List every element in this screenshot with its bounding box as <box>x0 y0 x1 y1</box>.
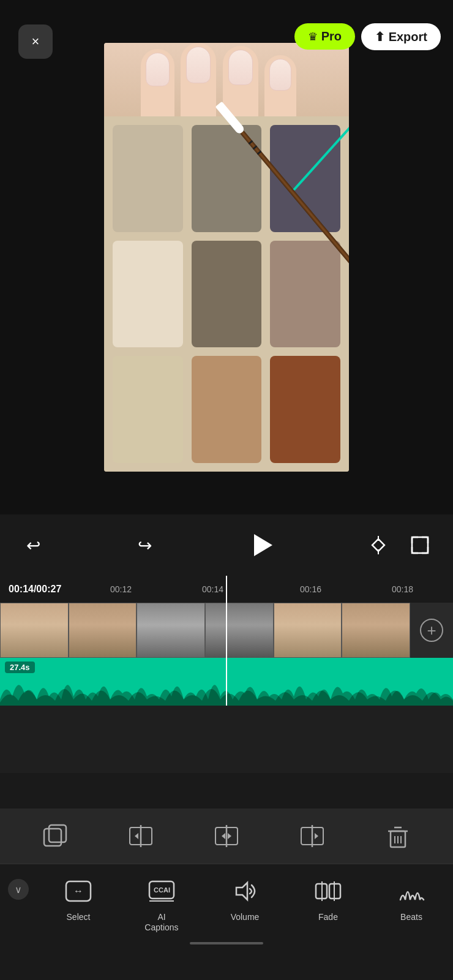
duplicate-button[interactable] <box>36 816 75 856</box>
chevron-down-icon: ∨ <box>8 879 29 900</box>
svg-rect-5 <box>412 537 428 553</box>
video-frame-3 <box>137 603 205 658</box>
svg-text:CC: CC <box>154 886 163 894</box>
timeline: 00:14/00:27 00:12 00:14 00:16 00:18 + <box>0 576 453 809</box>
palette-cell-7 <box>113 356 183 463</box>
video-preview-area: × ♛ Pro ⬆ Export <box>0 0 453 514</box>
split-right-button[interactable] <box>293 816 332 856</box>
pro-label: Pro <box>321 29 342 43</box>
edit-tools-row <box>0 809 453 864</box>
frame-thumb-3 <box>137 603 204 657</box>
video-frame-2 <box>69 603 137 658</box>
brush-band-1 <box>248 140 253 145</box>
volume-label: Volume <box>231 912 260 922</box>
toolbar-item-select[interactable]: ↔ Select <box>37 875 120 933</box>
beats-label: Beats <box>400 912 422 922</box>
volume-icon <box>229 875 261 907</box>
svg-text:AI: AI <box>163 886 170 894</box>
select-svg-icon: ↔ <box>64 879 93 903</box>
video-frame-1 <box>0 603 69 658</box>
fade-svg-icon <box>313 879 343 903</box>
fullscreen-icon <box>410 535 430 556</box>
export-button[interactable]: ⬆ Export <box>361 23 441 50</box>
redo-button[interactable]: ↪ <box>130 530 160 560</box>
video-frame-6 <box>342 603 410 658</box>
frame-thumb-6 <box>342 603 410 657</box>
video-frame-5 <box>274 603 342 658</box>
svg-text:↔: ↔ <box>73 886 83 896</box>
beats-icon <box>395 875 427 907</box>
playback-controls: ↩ ↪ <box>0 514 453 576</box>
brush-band-2 <box>252 145 257 149</box>
toolbar-item-ai-captions[interactable]: CC AI AI Captions <box>120 875 203 933</box>
svg-marker-18 <box>315 833 318 839</box>
toolbar-item-fade[interactable]: Fade <box>286 875 370 933</box>
keyframe-icon <box>368 535 389 556</box>
svg-marker-11 <box>135 833 138 839</box>
right-controls <box>364 530 435 560</box>
video-frame-4 <box>205 603 274 658</box>
beats-svg-icon <box>397 879 426 903</box>
toolbar-item-beats[interactable]: Beats <box>370 875 453 933</box>
split-left-button[interactable] <box>121 816 160 856</box>
palette-cell-1 <box>113 125 183 232</box>
pro-button[interactable]: ♛ Pro <box>294 23 355 50</box>
time-mark-12: 00:12 <box>110 584 132 594</box>
close-button[interactable]: × <box>18 24 53 59</box>
time-mark-14: 00:14 <box>202 584 223 594</box>
svg-marker-31 <box>236 883 247 900</box>
svg-rect-6 <box>44 829 61 846</box>
delete-button[interactable] <box>378 816 417 856</box>
select-label: Select <box>67 912 91 922</box>
svg-rect-2 <box>372 539 384 551</box>
time-mark-18: 00:18 <box>392 584 413 594</box>
svg-marker-15 <box>228 833 231 839</box>
fade-icon <box>312 875 344 907</box>
keyframe-button[interactable] <box>364 530 393 560</box>
brush-band-3 <box>257 151 262 155</box>
playhead-on-empty <box>226 576 227 643</box>
palette-cell-5 <box>192 241 262 348</box>
audio-strip: 27.4s <box>0 658 453 706</box>
split-right-icon <box>299 823 326 850</box>
fullscreen-button[interactable] <box>405 530 435 560</box>
crown-icon: ♛ <box>308 30 318 43</box>
play-icon <box>254 534 272 556</box>
scroll-indicator <box>190 942 263 944</box>
ai-captions-svg-icon: CC AI <box>147 879 176 903</box>
palette-cell-6 <box>270 241 340 348</box>
arrow-pointer <box>288 92 349 202</box>
svg-line-1 <box>294 98 349 190</box>
split-center-icon <box>213 823 240 850</box>
time-mark-16: 00:16 <box>300 584 321 594</box>
collapse-button[interactable]: ∨ <box>0 875 37 900</box>
current-time-display: 00:14/00:27 <box>9 584 61 595</box>
add-clip-button[interactable]: + <box>410 603 453 658</box>
frame-thumb-2 <box>69 603 137 657</box>
play-button[interactable] <box>242 526 281 565</box>
volume-svg-icon <box>230 879 260 903</box>
toolbar-items: ↔ Select CC AI AI Captions <box>37 875 453 933</box>
duplicate-icon <box>42 823 69 850</box>
video-frame <box>104 43 349 472</box>
toolbar-item-volume[interactable]: Volume <box>203 875 286 933</box>
upload-icon: ⬆ <box>375 29 385 44</box>
bottom-toolbar: ∨ ↔ Select CC AI AI Caption <box>0 864 453 949</box>
frame-thumb-5 <box>274 603 342 657</box>
fade-label: Fade <box>318 912 338 922</box>
palette-cell-8 <box>192 356 262 463</box>
undo-icon: ↩ <box>26 535 40 556</box>
ai-captions-label: AI Captions <box>144 912 178 933</box>
playhead-on-audio <box>226 658 227 706</box>
split-center-button[interactable] <box>207 816 246 856</box>
nail-1 <box>146 53 170 86</box>
nail-2 <box>186 47 211 83</box>
split-left-icon <box>127 823 154 850</box>
nail-3 <box>228 50 253 85</box>
palette-cell-9 <box>270 356 340 463</box>
select-icon: ↔ <box>62 875 94 907</box>
close-icon: × <box>32 34 40 50</box>
undo-button[interactable]: ↩ <box>18 530 48 560</box>
palette-cell-4 <box>113 241 183 348</box>
empty-track <box>0 706 453 773</box>
